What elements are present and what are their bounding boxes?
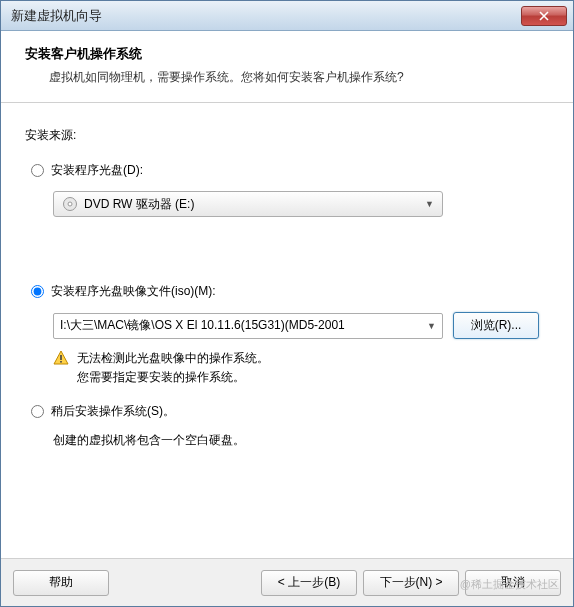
back-button[interactable]: < 上一步(B): [261, 570, 357, 596]
wizard-window: 新建虚拟机向导 安装客户机操作系统 虚拟机如同物理机，需要操作系统。您将如何安装…: [0, 0, 574, 607]
radio-iso-label: 安装程序光盘映像文件(iso)(M):: [51, 283, 216, 300]
content: 安装来源: 安装程序光盘(D): DVD RW 驱动器 (E:) ▼ 安装程序光…: [1, 103, 573, 479]
chevron-down-icon: ▼: [425, 199, 434, 209]
disc-icon: [62, 196, 78, 212]
radio-disc[interactable]: 安装程序光盘(D):: [25, 162, 549, 179]
drive-dropdown-text: DVD RW 驱动器 (E:): [84, 196, 425, 213]
warning-line1: 无法检测此光盘映像中的操作系统。: [77, 349, 269, 368]
radio-later-label: 稍后安装操作系统(S)。: [51, 403, 175, 420]
warning-icon: [53, 350, 69, 366]
radio-later-input[interactable]: [31, 405, 44, 418]
radio-iso[interactable]: 安装程序光盘映像文件(iso)(M):: [25, 283, 549, 300]
source-label: 安装来源:: [25, 127, 549, 144]
warning-row: 无法检测此光盘映像中的操作系统。 您需要指定要安装的操作系统。: [53, 349, 549, 387]
header-subtitle: 虚拟机如同物理机，需要操作系统。您将如何安装客户机操作系统?: [25, 69, 549, 86]
next-button[interactable]: 下一步(N) >: [363, 570, 459, 596]
svg-point-1: [68, 202, 72, 206]
radio-later[interactable]: 稍后安装操作系统(S)。: [25, 403, 549, 420]
header-title: 安装客户机操作系统: [25, 45, 549, 63]
titlebar[interactable]: 新建虚拟机向导: [1, 1, 573, 31]
cancel-button[interactable]: 取消: [465, 570, 561, 596]
chevron-down-icon: ▼: [423, 321, 436, 331]
radio-iso-input[interactable]: [31, 285, 44, 298]
window-title: 新建虚拟机向导: [11, 7, 521, 25]
close-button[interactable]: [521, 6, 567, 26]
later-info: 创建的虚拟机将包含一个空白硬盘。: [53, 432, 549, 449]
iso-path-text: I:\大三\MAC\镜像\OS X El 10.11.6(15G31)(MD5-…: [60, 317, 423, 334]
browse-button[interactable]: 浏览(R)...: [453, 312, 539, 339]
footer: 帮助 < 上一步(B) 下一步(N) > 取消: [1, 558, 573, 606]
drive-dropdown[interactable]: DVD RW 驱动器 (E:) ▼: [53, 191, 443, 217]
radio-disc-label: 安装程序光盘(D):: [51, 162, 143, 179]
iso-path-combo[interactable]: I:\大三\MAC\镜像\OS X El 10.11.6(15G31)(MD5-…: [53, 313, 443, 339]
close-icon: [539, 11, 549, 21]
svg-rect-2: [60, 355, 62, 360]
help-button[interactable]: 帮助: [13, 570, 109, 596]
warning-line2: 您需要指定要安装的操作系统。: [77, 368, 269, 387]
warning-text: 无法检测此光盘映像中的操作系统。 您需要指定要安装的操作系统。: [77, 349, 269, 387]
header: 安装客户机操作系统 虚拟机如同物理机，需要操作系统。您将如何安装客户机操作系统?: [1, 31, 573, 103]
radio-disc-input[interactable]: [31, 164, 44, 177]
svg-rect-3: [60, 361, 62, 363]
